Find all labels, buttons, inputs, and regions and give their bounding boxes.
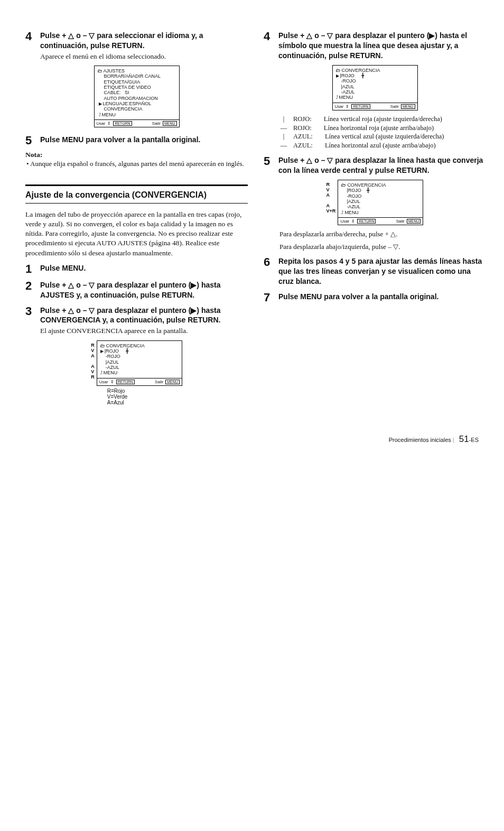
left-step-3: 3 Pulse + △ o – ▽ para desplazar el punt… — [25, 306, 248, 336]
step-number: 4 — [264, 31, 273, 61]
osd-item: MENU — [341, 210, 361, 215]
step-number: 7 — [264, 292, 273, 303]
step-title: Pulse + △ o – ▽ para desplazar la línea … — [278, 155, 486, 176]
osd-item: -AZUL — [100, 365, 120, 370]
osd-title: CONVERGENCIA — [341, 182, 419, 188]
osd-convergencia-3: R V A A V+R CONVERGENCIA |ROJO -ROJO |AZ… — [264, 180, 486, 225]
osd-salir-label: Salir — [155, 380, 163, 384]
osd-item: |AZUL — [341, 199, 361, 204]
arrows-icon — [351, 219, 355, 224]
osd-item: ETIQUETA/GUIA — [98, 79, 176, 85]
step-title: Pulse + △ o – ▽ para desplazar el punter… — [278, 31, 486, 61]
left-column: 4 Pulse + △ o – ▽ para seleccionar el id… — [25, 25, 248, 410]
nota-body: • Aunque elija español o francés, alguna… — [25, 159, 248, 169]
osd-item-selected: |ROJO — [100, 348, 120, 354]
step-number: 1 — [25, 263, 35, 275]
osd-item: -AZUL — [341, 204, 361, 209]
right-step-4: 4 Pulse + △ o – ▽ para desplazar el punt… — [264, 31, 486, 61]
osd-salir-label: Salir — [152, 121, 161, 126]
step-title: Pulse + △ o – ▽ para seleccionar el idio… — [40, 31, 248, 51]
osd-item: -ROJO — [341, 193, 361, 199]
step-number: 5 — [264, 155, 273, 176]
osd-usar-label: Usar — [99, 380, 108, 384]
page-suffix: -ES — [469, 437, 479, 443]
step-number: 4 — [25, 31, 35, 61]
osd-convergencia-1: R V A A V R CONVERGENCIA |ROJO -ROJO |AZ… — [25, 340, 248, 405]
arrows-icon — [107, 121, 111, 126]
osd-salir-label: Salir — [396, 219, 405, 224]
menu-key-icon: MENU — [165, 380, 180, 384]
step-title: Pulse MENU para volver a la pantalla ori… — [40, 135, 248, 145]
step-number: 5 — [25, 135, 35, 146]
line-type-legend: |ROJO: Línea vertical roja (ajuste izqui… — [279, 115, 486, 151]
page-number: 51 — [459, 434, 469, 444]
left-step-2: 2 Pulse + △ o – ▽ para desplazar el punt… — [25, 280, 248, 300]
osd-item: BORRAR/AÑADIR CANAL — [98, 73, 176, 79]
footer-separator — [453, 437, 456, 443]
step-number: 6 — [264, 256, 273, 287]
cross-icon: ╋ — [361, 73, 371, 100]
step-title: Pulse + △ o – ▽ para desplazar el punter… — [40, 306, 248, 326]
step-title: Pulse + △ o – ▽ para desplazar el punter… — [40, 280, 248, 300]
osd-item: CONVERGENCIA — [98, 106, 176, 112]
step-title: Pulse MENU. — [40, 263, 248, 273]
menu-key-icon: MENU — [407, 219, 421, 224]
help-text-1: Para desplazarla arriba/derecha, pulse +… — [279, 229, 486, 239]
right-step-7: 7 Pulse MENU para volver a la pantalla o… — [264, 292, 486, 303]
rgb-side-labels: R V A A V R — [91, 340, 97, 405]
osd-title: AJUSTES — [98, 68, 176, 73]
section-rule — [25, 184, 248, 186]
step-number: 2 — [25, 280, 35, 300]
return-key-icon: RETURN — [357, 219, 376, 224]
osd-item: ETIQUETA DE VIDEO — [98, 85, 176, 90]
rgb-side-labels: R V A A V+R — [326, 180, 338, 225]
step-title: Pulse MENU para volver a la pantalla ori… — [278, 292, 486, 302]
return-key-icon: RETURN — [116, 380, 135, 384]
osd-ajustes: AJUSTES BORRAR/AÑADIR CANAL ETIQUETA/GUI… — [25, 66, 248, 127]
step-number: 3 — [25, 306, 35, 336]
osd-item: -ROJO — [336, 78, 356, 84]
osd-salir-label: Salir — [390, 104, 399, 109]
osd-usar-label: Usar — [335, 104, 344, 109]
osd-item-selected: |ROJO — [336, 73, 356, 78]
help-text-2: Para desplazarla abajo/izquierda, pulse … — [279, 242, 486, 252]
osd-item: |AZUL — [100, 359, 120, 365]
page-footer: Procedimientos iniciales 51-ES — [0, 431, 504, 457]
menu-key-icon: MENU — [401, 104, 415, 109]
osd-usar-label: Usar — [97, 121, 106, 126]
menu-key-icon: MENU — [163, 121, 177, 126]
return-key-icon: RETURN — [351, 104, 370, 109]
left-step-4: 4 Pulse + △ o – ▽ para seleccionar el id… — [25, 31, 248, 61]
osd-item: MENU — [100, 370, 120, 375]
return-key-icon: RETURN — [113, 121, 132, 126]
step-subtext: El ajuste CONVERGENCIA aparece en la pan… — [40, 326, 248, 336]
right-step-5: 5 Pulse + △ o – ▽ para desplazar la líne… — [264, 155, 486, 176]
right-column: 4 Pulse + △ o – ▽ para desplazar el punt… — [264, 25, 486, 410]
section-title: Ajuste de la convergencia (CONVERGENCIA) — [25, 188, 248, 204]
osd-item: MENU — [336, 95, 356, 100]
right-step-6: 6 Repita los pasos 4 y 5 para ajustar la… — [264, 256, 486, 287]
osd-item: -AZUL — [336, 89, 356, 95]
left-step-5: 5 Pulse MENU para volver a la pantalla o… — [25, 135, 248, 146]
arrows-icon — [110, 380, 114, 384]
osd-usar-label: Usar — [340, 219, 349, 224]
section-paragraph: La imagen del tubo de proyección aparece… — [25, 210, 248, 258]
osd-convergencia-2: CONVERGENCIA |ROJO -ROJO |AZUL -AZUL MEN… — [264, 65, 486, 110]
footer-section: Procedimientos iniciales — [389, 437, 451, 443]
osd-item: CABLE: SI — [98, 90, 176, 95]
cross-icon: ╋ — [367, 188, 376, 215]
left-step-1: 1 Pulse MENU. — [25, 263, 248, 275]
nota-heading: Nota: — [25, 151, 248, 159]
arrows-icon — [346, 104, 349, 109]
osd-item: |ROJO — [341, 188, 361, 193]
osd-item: AUTO PROGRAMACION — [98, 96, 176, 101]
osd-item: -ROJO — [100, 354, 120, 359]
step-title: Repita los pasos 4 y 5 para ajustar las … — [278, 256, 486, 287]
osd-title: CONVERGENCIA — [100, 343, 179, 348]
page: 4 Pulse + △ o – ▽ para seleccionar el id… — [0, 0, 504, 431]
rgb-legend: R=Rojo V=Verde A=Azul — [97, 386, 182, 405]
osd-item: MENU — [98, 112, 176, 117]
cross-icon: ╋ — [126, 348, 135, 376]
osd-title: CONVERGENCIA — [336, 68, 414, 73]
osd-item-selected: LENGUAJE:ESPAÑOL — [98, 101, 176, 106]
